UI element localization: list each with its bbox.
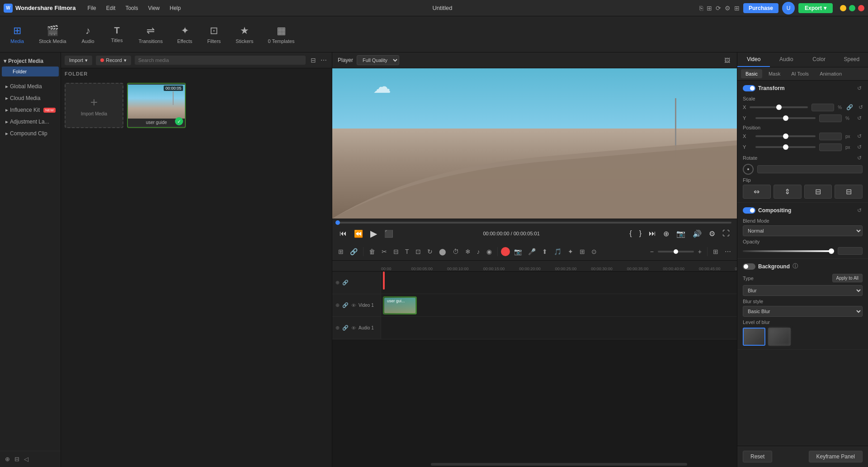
video-1-clip[interactable]: user gui...: [383, 296, 417, 315]
tl-split-button[interactable]: ⊟: [391, 247, 401, 257]
audio-1-eye-button[interactable]: 👁: [351, 325, 357, 331]
stop-button[interactable]: ⬛: [382, 229, 395, 239]
scale-y-slider[interactable]: [755, 117, 816, 119]
apply-all-button[interactable]: Apply to All: [832, 274, 863, 282]
toolbar-transitions[interactable]: ⇌ Transitions: [132, 22, 169, 47]
tl-link-button[interactable]: 🔗: [348, 247, 360, 257]
pos-x-slider[interactable]: [755, 135, 816, 137]
compositing-toggle[interactable]: [743, 207, 755, 214]
import-media-card[interactable]: + Import Media: [65, 83, 123, 128]
menu-help[interactable]: Help: [165, 3, 185, 13]
scale-x-value[interactable]: 100.00: [811, 104, 834, 111]
left-compound-clip[interactable]: ▸ Compound Clip: [0, 128, 61, 139]
track-link-button[interactable]: 🔗: [342, 279, 349, 286]
minimize-button[interactable]: [840, 5, 846, 11]
audio-1-add-button[interactable]: ⊕: [335, 324, 340, 331]
menu-tools[interactable]: Tools: [121, 3, 142, 13]
toolbar-templates[interactable]: ▦ 0 Templates: [261, 22, 301, 47]
opacity-slider[interactable]: [743, 250, 834, 252]
audio-1-link-button[interactable]: 🔗: [342, 324, 349, 331]
mark-in-button[interactable]: {: [627, 229, 633, 238]
tl-rotate-button[interactable]: ↻: [425, 247, 435, 257]
import-button[interactable]: Import ▾: [65, 56, 92, 65]
tl-import-button[interactable]: ⬆: [540, 247, 550, 257]
subtab-animation[interactable]: Animation: [815, 69, 846, 78]
scale-y-value[interactable]: 100.00: [819, 114, 842, 122]
tl-speed-button[interactable]: ⏱: [450, 247, 461, 257]
zoom-slider[interactable]: [658, 251, 694, 253]
scale-link-icon[interactable]: 🔗: [845, 103, 854, 111]
scale-x-reset[interactable]: ↺: [858, 103, 864, 111]
toolbar-stickers[interactable]: ★ Stickers: [229, 22, 259, 47]
tl-record-button[interactable]: [501, 247, 510, 256]
timeline-scrollbar[interactable]: [431, 463, 687, 466]
purchase-button[interactable]: Purchase: [743, 3, 778, 13]
background-toggle[interactable]: [743, 263, 755, 270]
left-folder[interactable]: Folder: [2, 67, 59, 76]
skip-button[interactable]: ⏭: [647, 229, 658, 238]
flip-h-button[interactable]: ⇔: [743, 185, 771, 199]
video-1-add-button[interactable]: ⊕: [335, 302, 340, 309]
left-cloud-media[interactable]: ▸ Cloud Media: [0, 92, 61, 104]
rotate-reset[interactable]: ↺: [856, 154, 863, 162]
search-input[interactable]: [135, 56, 306, 65]
preview-photo-button[interactable]: 🖼: [723, 56, 731, 65]
video-1-link-button[interactable]: 🔗: [342, 302, 349, 309]
tl-audio-button[interactable]: ♪: [475, 247, 482, 257]
add-folder-button[interactable]: ⊕: [4, 455, 11, 463]
more-options-button[interactable]: ⋯: [319, 55, 328, 65]
tl-color-button[interactable]: ⬤: [437, 247, 448, 257]
flip-v-button[interactable]: ⇕: [774, 185, 802, 199]
menu-file[interactable]: File: [83, 3, 100, 13]
quality-select[interactable]: Full Quality: [357, 55, 399, 65]
snapshot-button[interactable]: 📷: [675, 229, 687, 239]
scale-x-slider[interactable]: [750, 106, 808, 108]
tl-music-button[interactable]: 🎵: [552, 247, 564, 257]
blur-thumb-2[interactable]: [768, 328, 791, 346]
subtab-mask[interactable]: Mask: [764, 69, 785, 78]
toolbar-effects[interactable]: ✦ Effects: [171, 22, 198, 47]
opacity-value[interactable]: 100.00: [838, 247, 863, 255]
delete-button[interactable]: ⊟: [13, 455, 21, 463]
icon-2[interactable]: ⊞: [707, 5, 712, 12]
tl-crop-button[interactable]: ⊡: [413, 247, 423, 257]
tab-video[interactable]: Video: [737, 52, 770, 67]
tl-text-button[interactable]: T: [403, 247, 411, 257]
track-add-button[interactable]: ⊕: [335, 279, 340, 286]
background-info-icon[interactable]: ⓘ: [793, 262, 798, 270]
flip-h2-button[interactable]: ⊟: [804, 185, 832, 199]
tl-plus-zoom[interactable]: +: [696, 247, 704, 257]
user-guide-card[interactable]: user guide 00:00:05 ✓: [127, 83, 186, 128]
scale-y-reset[interactable]: ↺: [856, 114, 863, 122]
tl-grid-button[interactable]: ⊞: [711, 247, 721, 257]
record-button[interactable]: Record ▾: [96, 56, 131, 65]
pos-x-value[interactable]: 0.00: [819, 133, 842, 140]
video-1-eye-button[interactable]: 👁: [351, 302, 357, 309]
tab-color[interactable]: Color: [803, 52, 835, 67]
subtab-basic[interactable]: Basic: [741, 69, 762, 78]
mark-out-button[interactable]: }: [637, 229, 643, 238]
icon-1[interactable]: ⎘: [699, 5, 703, 12]
fullscreen-button[interactable]: ⛶: [721, 229, 731, 238]
pos-y-slider[interactable]: [755, 146, 816, 148]
prev-frame-button[interactable]: ⏮: [338, 229, 349, 238]
blur-style-select[interactable]: Basic Blur Mosaic: [743, 306, 863, 317]
blend-mode-select[interactable]: Normal Multiply Screen Overlay: [743, 225, 863, 236]
subtab-ai-tools[interactable]: AI Tools: [787, 69, 813, 78]
toolbar-media[interactable]: ⊞ Media: [4, 22, 31, 47]
flip-v2-button[interactable]: ⊟: [835, 185, 863, 199]
menu-view[interactable]: View: [143, 3, 164, 13]
pos-x-reset[interactable]: ↺: [856, 132, 863, 140]
rotate-circle[interactable]: [743, 164, 754, 175]
bg-type-select[interactable]: Blur Color Image: [743, 285, 863, 296]
icon-5[interactable]: ⊞: [734, 5, 740, 12]
menu-edit[interactable]: Edit: [102, 3, 120, 13]
project-media-header[interactable]: ▾ Project Media: [0, 56, 61, 66]
toolbar-audio[interactable]: ♪ Audio: [75, 22, 102, 47]
volume-button[interactable]: 🔊: [691, 229, 703, 239]
tl-screen-button[interactable]: ⊞: [577, 247, 587, 257]
maximize-button[interactable]: [849, 5, 855, 11]
rotate-value[interactable]: 0.00°: [757, 165, 863, 173]
left-adjustment-layer[interactable]: ▸ Adjustment La...: [0, 116, 61, 128]
transform-reset-icon[interactable]: ↺: [856, 84, 863, 92]
